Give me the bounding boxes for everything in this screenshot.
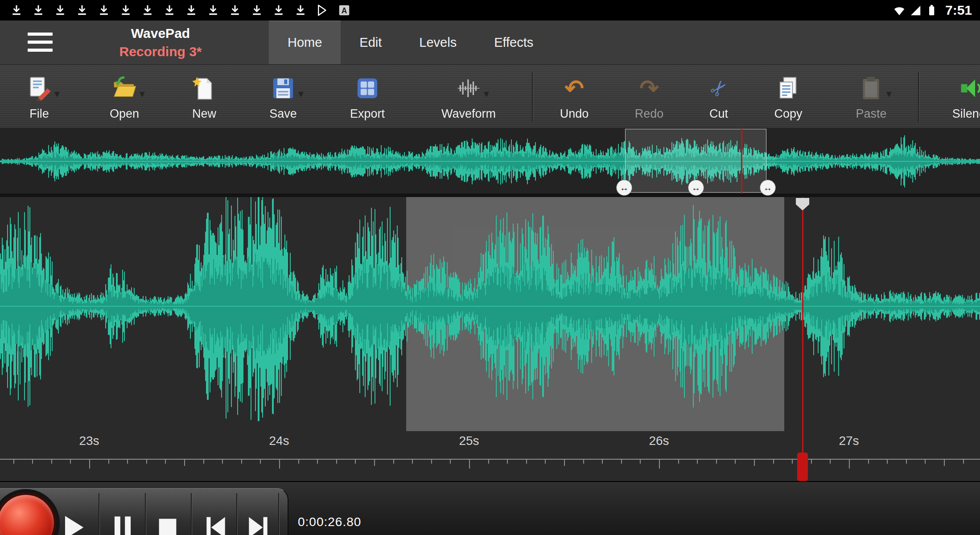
dropdown-caret-icon: ▼: [53, 89, 62, 99]
save-button[interactable]: ▼Save: [245, 65, 321, 129]
previous-button[interactable]: [202, 514, 230, 535]
toolbar-item-label: Redo: [611, 107, 687, 121]
toolbar-item-label: Waveform: [431, 107, 506, 121]
tab-edit[interactable]: Edit: [341, 21, 400, 64]
download-icon: [250, 4, 264, 17]
ruler-tick: [621, 460, 622, 464]
download-icon: [75, 4, 89, 17]
menu-button[interactable]: [28, 33, 54, 52]
next-button[interactable]: [244, 514, 272, 535]
open-button[interactable]: ▼Open: [86, 65, 162, 129]
redo-icon: ↷: [637, 76, 662, 101]
wifi-icon: [893, 4, 906, 17]
ruler-tick: [431, 460, 432, 464]
next-icon: [244, 514, 272, 535]
download-icon: [228, 4, 242, 17]
ruler-tick: [811, 460, 812, 464]
play-button[interactable]: [59, 514, 87, 535]
ribbon-tabs: HomeEditLevelsEffects: [269, 21, 552, 64]
download-icon: [119, 4, 132, 17]
ruler-tick: [526, 460, 527, 464]
ruler-tick: [545, 460, 546, 464]
cut-button[interactable]: ✂Cut: [681, 65, 757, 129]
toolbar-item-label: Cut: [681, 107, 757, 121]
silence-button[interactable]: Silence: [934, 65, 980, 129]
main-waveform[interactable]: [0, 197, 980, 431]
redo-button[interactable]: ↷Redo: [611, 65, 687, 129]
download-icon: [206, 4, 220, 17]
ruler-tick: [602, 460, 603, 464]
tab-effects[interactable]: Effects: [475, 21, 552, 64]
ruler-tick: [583, 460, 584, 464]
playhead-line: [802, 197, 803, 431]
dropdown-caret-icon: ▼: [885, 89, 894, 99]
timeline-ruler[interactable]: 23s24s25s26s27s: [0, 431, 980, 481]
selection-resize-handle-icon[interactable]: ↔: [616, 180, 632, 196]
previous-icon: [202, 514, 230, 535]
ruler-tick: [374, 460, 375, 466]
overview-waveform[interactable]: ↔↔↔: [0, 128, 980, 193]
copy-icon: [776, 76, 801, 101]
ruler-tick: [773, 460, 774, 464]
dropdown-caret-icon: ▼: [296, 89, 305, 99]
ruler-tick: [241, 460, 242, 464]
pause-button[interactable]: [108, 514, 137, 535]
ruler-tick: [51, 460, 52, 464]
download-icon: [32, 4, 45, 17]
ruler-tick: [13, 460, 14, 464]
ruler-tick: [716, 460, 717, 464]
paste-button[interactable]: ▼Paste: [833, 65, 909, 129]
wavepad-app: A 7:51 WavePad Recording 3* HomeEditLeve…: [0, 0, 980, 535]
tab-home[interactable]: Home: [269, 21, 341, 64]
save-icon: [271, 76, 296, 101]
system-status-area: 7:51: [893, 3, 980, 18]
transport-separator: [145, 493, 146, 535]
download-icon: [141, 4, 154, 17]
ruler-tick: [944, 460, 945, 466]
ruler-tick: [336, 460, 337, 464]
ruler-tick: [849, 460, 850, 469]
ruler-tick: [507, 460, 508, 464]
ruler-tick: [32, 460, 33, 464]
selection-resize-handle-icon[interactable]: ↔: [688, 180, 704, 196]
ruler-tick: [963, 460, 964, 464]
selection-resize-handle-icon[interactable]: ↔: [760, 180, 776, 196]
download-icon: [294, 4, 307, 17]
toolbar-separator: [918, 72, 919, 122]
paste-icon: [859, 76, 884, 101]
ruler-tick: [830, 460, 831, 464]
title-block: WavePad Recording 3*: [107, 24, 214, 61]
transport-separator: [99, 493, 100, 535]
ruler-tick: [450, 460, 451, 464]
new-button[interactable]: New: [166, 65, 242, 129]
file-button[interactable]: ▼File: [1, 65, 77, 129]
app-header: WavePad Recording 3* HomeEditLevelsEffec…: [0, 21, 980, 64]
ruler-tick: [393, 460, 394, 464]
copy-button[interactable]: Copy: [750, 65, 826, 129]
timeline-playhead-handle[interactable]: [797, 453, 808, 481]
ruler-tick: [564, 460, 565, 466]
ruler-tick: [640, 460, 641, 464]
file-icon: [27, 76, 52, 101]
toolbar-item-label: Save: [245, 107, 321, 121]
transport-separator: [236, 493, 238, 535]
status-clock: 7:51: [945, 3, 972, 18]
timeline-label: 24s: [269, 434, 289, 448]
app-title: WavePad: [107, 24, 214, 43]
ruler-tick: [279, 460, 280, 469]
transport-separator: [191, 493, 192, 535]
ruler-tick: [298, 460, 299, 464]
timeline-label: 23s: [79, 434, 99, 448]
export-button[interactable]: Export: [329, 65, 405, 129]
stop-button[interactable]: [153, 514, 182, 535]
ruler-tick: [906, 460, 907, 464]
divider: [0, 193, 980, 197]
tab-levels[interactable]: Levels: [400, 21, 475, 64]
ruler-tick: [222, 460, 223, 464]
ruler-line: [0, 459, 980, 460]
ruler-tick: [754, 460, 755, 466]
waveform-button[interactable]: ▼Waveform: [431, 65, 506, 129]
download-icon: [54, 4, 67, 17]
undo-button[interactable]: ↶Undo: [536, 65, 612, 129]
ruler-tick: [868, 460, 869, 464]
